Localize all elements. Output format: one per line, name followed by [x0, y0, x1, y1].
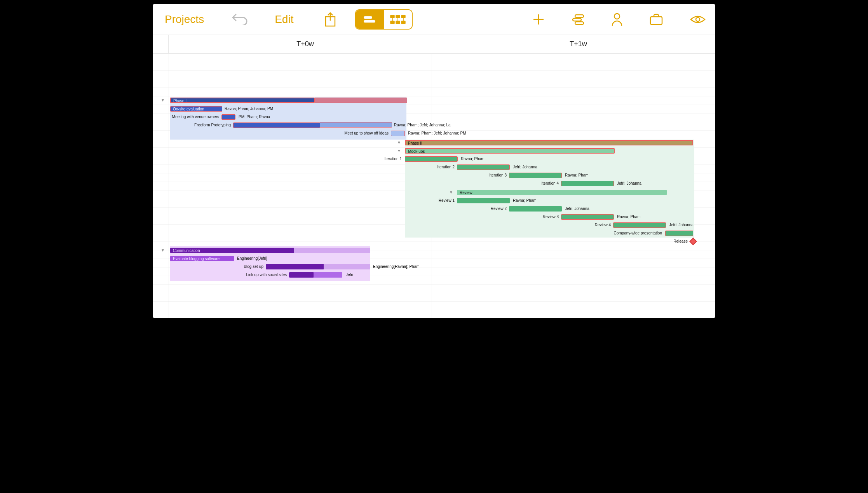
- task-bar-meeting[interactable]: [221, 114, 235, 120]
- task-label: Iteration 1: [371, 156, 402, 162]
- toolbar: Projects Edit: [153, 4, 715, 35]
- svg-rect-2: [364, 16, 372, 19]
- task-bar-review[interactable]: Review: [457, 190, 667, 195]
- task-label: Review 2: [476, 206, 507, 212]
- task-resources: Jefri; Johanna: [617, 181, 641, 186]
- task-bar-presentation[interactable]: [665, 231, 693, 236]
- briefcase-icon[interactable]: [650, 14, 663, 25]
- projects-back-button[interactable]: Projects: [165, 13, 204, 26]
- undo-icon[interactable]: [231, 14, 248, 25]
- edit-button[interactable]: Edit: [275, 13, 293, 26]
- task-bar-eval-blogging[interactable]: Evaluate blogging software: [170, 256, 234, 261]
- task-resources: Jefri: [346, 272, 353, 278]
- task-label: Phase I: [173, 99, 186, 103]
- svg-point-18: [614, 14, 620, 19]
- disclosure-triangle-icon[interactable]: ▼: [161, 248, 165, 252]
- disclosure-triangle-icon[interactable]: ▼: [449, 190, 453, 194]
- task-resources: Ravna; Pham: [565, 173, 589, 178]
- outline-column-handle[interactable]: [153, 35, 169, 53]
- gantt-view-toggle[interactable]: [356, 10, 384, 29]
- timeline-col-1: T+1w: [442, 35, 715, 53]
- disclosure-triangle-icon[interactable]: ▼: [161, 98, 165, 102]
- task-label: Meet up to show off ideas: [340, 131, 389, 136]
- task-bar-iteration1[interactable]: [405, 156, 458, 162]
- timeline-col-0: T+0w: [169, 35, 442, 53]
- task-resources: PM; Pham; Ravna: [239, 114, 270, 120]
- task-label: Review 3: [528, 214, 559, 220]
- svg-rect-9: [401, 21, 405, 24]
- task-bar-review4[interactable]: [613, 222, 666, 228]
- svg-rect-19: [650, 17, 662, 24]
- task-bar-communication[interactable]: Communication: [170, 248, 295, 253]
- task-label: Communication: [173, 248, 200, 253]
- task-resources: Jefri; Johanna: [513, 164, 537, 170]
- eye-icon[interactable]: [690, 15, 706, 24]
- milestone-release[interactable]: [689, 238, 697, 245]
- task-label: Company-wide presentation: [608, 231, 662, 236]
- task-resources: Ravna; Pham: [461, 156, 485, 162]
- svg-rect-3: [364, 20, 375, 23]
- task-label: Iteration 2: [424, 164, 455, 170]
- svg-rect-15: [575, 15, 584, 17]
- task-label: Iteration 4: [528, 181, 559, 186]
- task-resources: Jefri; Johanna: [565, 206, 589, 212]
- svg-rect-16: [573, 18, 581, 21]
- task-bar-blog-setup[interactable]: [266, 264, 324, 269]
- task-bar-review2[interactable]: [509, 206, 562, 212]
- task-label: Review 1: [424, 198, 455, 203]
- task-bar-iteration2[interactable]: [457, 164, 510, 170]
- task-resources: Ravna; Pham; Jefri; Johanna; La: [394, 122, 451, 128]
- task-label: Phase II: [408, 141, 422, 145]
- task-bar-social[interactable]: [289, 272, 314, 278]
- svg-rect-8: [396, 21, 400, 24]
- disclosure-triangle-icon[interactable]: ▼: [397, 149, 401, 153]
- app-window: Projects Edit: [153, 4, 715, 318]
- task-bar-review1[interactable]: [457, 198, 510, 203]
- task-label: On-site evaluation: [173, 107, 204, 111]
- timeline-header: T+0w T+1w: [153, 35, 715, 54]
- task-bar-review3[interactable]: [561, 214, 614, 220]
- task-bar-iteration3[interactable]: [509, 173, 562, 178]
- svg-rect-5: [396, 15, 400, 18]
- task-bar-mockups[interactable]: Mock-ups: [405, 148, 615, 154]
- network-view-toggle[interactable]: [384, 10, 412, 29]
- task-bar-phase2[interactable]: Phase II: [405, 140, 693, 145]
- task-bar-phase1[interactable]: Phase I: [170, 98, 315, 103]
- task-resources: Ravna; Pham: [513, 198, 537, 203]
- resources-icon[interactable]: [572, 14, 584, 25]
- task-bar-meetup[interactable]: [391, 131, 405, 136]
- task-label: Evaluate blogging software: [173, 257, 220, 261]
- svg-point-20: [696, 17, 700, 21]
- task-label: Review: [460, 191, 472, 195]
- task-label: Freeform Prototyping: [188, 122, 231, 128]
- svg-rect-4: [390, 15, 394, 18]
- task-resources: Jefri; Johanna: [669, 222, 694, 228]
- task-label: Review 4: [580, 222, 611, 228]
- task-bar-proto[interactable]: [233, 122, 320, 128]
- task-resources: Ravna; Pham; Jefri; Johanna; PM: [408, 131, 466, 136]
- task-resources: Engineering[Jefri]: [237, 256, 267, 261]
- task-resources: Ravna; Pham; Johanna; PM: [225, 106, 273, 112]
- task-bar-onsite[interactable]: On-site evaluation: [170, 106, 222, 112]
- task-label: Mock-ups: [408, 149, 425, 154]
- add-button[interactable]: [532, 13, 545, 26]
- task-resources: Ravna; Pham: [617, 214, 641, 220]
- svg-rect-17: [575, 22, 584, 24]
- share-icon[interactable]: [324, 12, 336, 27]
- disclosure-triangle-icon[interactable]: ▼: [397, 140, 401, 145]
- task-label: Release: [658, 239, 688, 244]
- person-icon[interactable]: [612, 13, 622, 26]
- svg-rect-6: [401, 15, 405, 18]
- task-label: Meeting with venue owners: [170, 114, 219, 120]
- task-label: Blog set-up: [231, 264, 263, 269]
- task-resources: Engineering[Ravna]; Pham: [373, 264, 420, 269]
- view-mode-toggle[interactable]: [355, 9, 413, 30]
- task-label: Link up with social sites: [242, 272, 287, 278]
- gantt-chart[interactable]: ▼ Phase I On-site evaluation Ravna; Pham…: [153, 54, 715, 318]
- task-label: Iteration 3: [476, 173, 507, 178]
- task-bar-iteration4[interactable]: [561, 181, 614, 186]
- svg-rect-7: [390, 21, 394, 24]
